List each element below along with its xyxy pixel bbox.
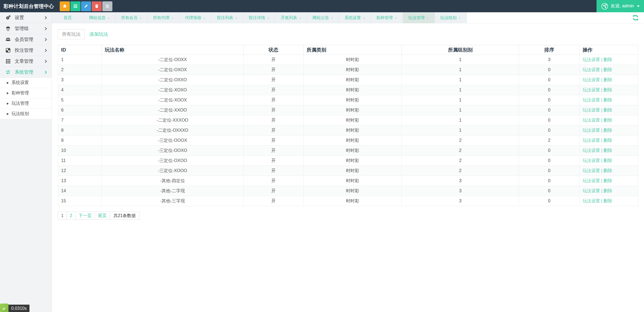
sidebar-item-2[interactable]: 管理组 [0,23,52,34]
triangle-right-icon [7,103,9,105]
refresh-button[interactable] [632,14,639,21]
cell-status: 开 [244,186,304,196]
play-settings-link[interactable]: 玩法设置 [583,158,600,163]
nav-tab-1[interactable]: 首页 [52,12,84,23]
users-icon [5,36,11,43]
cell-category: 时时彩 [304,105,402,115]
close-icon[interactable]: × [363,16,365,20]
sidebar-item-3[interactable]: 会员管理 [0,34,52,45]
delete-link[interactable]: 删除 [603,148,612,153]
grid-button[interactable] [70,1,80,11]
delete-link[interactable]: 删除 [603,77,612,82]
close-icon[interactable]: × [395,16,397,20]
nav-tab-10[interactable]: 系统设置× [339,12,371,23]
pencil-button[interactable] [81,1,91,11]
close-icon[interactable]: × [171,16,174,20]
sidebar-item-5[interactable]: 文章管理 [0,56,52,67]
nav-tab-2[interactable]: 网站信息× [84,12,116,23]
submenu-item-3[interactable]: 玩法管理 [0,98,52,109]
play-settings-link[interactable]: 玩法设置 [583,148,600,153]
close-icon[interactable]: × [235,16,238,20]
delete-link[interactable]: 删除 [603,138,612,143]
trash-button[interactable] [92,1,102,11]
play-settings-link[interactable]: 玩法设置 [583,138,600,143]
nav-tab-12[interactable]: 玩法管理× [403,12,435,23]
list-button[interactable] [102,1,112,11]
delete-link[interactable]: 删除 [603,168,612,173]
cell-status: 开 [244,136,304,146]
close-icon[interactable]: × [203,16,206,20]
delete-link[interactable]: 删除 [603,118,612,122]
play-settings-link[interactable]: 玩法设置 [583,88,600,92]
nav-tab-3[interactable]: 所有会员× [116,12,148,23]
sidebar-item-label: 会员管理 [15,36,44,43]
cell-name: -二定位-OXXO [102,75,244,85]
table-row: 13-其他-四定位开时时彩30玩法设置|删除 [58,176,638,186]
cell-actions: 玩法设置|删除 [580,146,638,156]
home-button[interactable] [60,1,70,11]
cell-category: 时时彩 [304,55,402,65]
delete-link[interactable]: 删除 [603,98,612,102]
close-icon[interactable]: × [267,16,269,20]
nav-tab-6[interactable]: 投注列表× [211,12,243,23]
navbar: 首页网站信息×所有会员×所有代理×代理等级×投注列表×投注详情×开奖列表×网站公… [52,12,644,23]
close-icon[interactable]: × [299,16,301,20]
play-settings-link[interactable]: 玩法设置 [583,178,600,183]
close-icon[interactable]: × [427,16,429,20]
last-page-button[interactable]: 尾页 [95,212,110,220]
tab-add-play[interactable]: 添加玩法 [85,29,113,39]
close-icon[interactable]: × [459,16,461,20]
play-settings-link[interactable]: 玩法设置 [583,77,600,82]
nav-tab-7[interactable]: 投注详情× [243,12,275,23]
cell-status: 开 [244,196,304,206]
caret-down-icon [637,5,640,7]
cell-category: 时时彩 [304,136,402,146]
page-1[interactable]: 1 [58,212,67,220]
delete-link[interactable]: 删除 [603,178,612,183]
delete-link[interactable]: 删除 [603,57,612,62]
nav-tab-8[interactable]: 开奖列表× [275,12,307,23]
play-settings-link[interactable]: 玩法设置 [583,128,600,133]
delete-link[interactable]: 删除 [603,108,612,112]
delete-link[interactable]: 删除 [603,188,612,193]
nav-tab-13[interactable]: 玩法组别× [435,12,467,23]
delete-link[interactable]: 删除 [603,67,612,72]
pencil-icon [84,4,88,8]
delete-link[interactable]: 删除 [603,158,612,163]
col-header-status: 状态 [244,45,304,55]
nav-tab-11[interactable]: 彩种管理× [371,12,403,23]
col-header-actions: 操作 [580,45,638,55]
admin-menu[interactable]: 欢迎, admin [597,0,644,12]
tab-all-plays[interactable]: 所有玩法 [58,29,85,39]
close-icon[interactable]: × [331,16,333,20]
nav-tab-4[interactable]: 所有代理× [148,12,179,23]
cell-status: 开 [244,125,304,136]
submenu-item-4[interactable]: 玩法组别 [0,109,52,119]
delete-link[interactable]: 删除 [603,199,612,203]
nav-tab-5[interactable]: 代理等级× [179,12,211,23]
submenu-item-1[interactable]: 系统设置 [0,78,52,88]
play-settings-link[interactable]: 玩法设置 [583,108,600,112]
th-icon [5,58,11,64]
play-settings-link[interactable]: 玩法设置 [583,118,600,122]
close-icon[interactable]: × [107,16,110,20]
play-settings-link[interactable]: 玩法设置 [583,188,600,193]
next-page-button[interactable]: 下一页 [75,212,95,220]
sidebar-item-1[interactable]: 设置 [0,12,52,23]
sidebar-item-4[interactable]: 投注管理 [0,45,52,56]
play-settings-link[interactable]: 玩法设置 [583,199,600,203]
cell-name: -二定位-XXXOO [102,115,244,125]
sidebar-item-label: 管理组 [15,25,44,32]
submenu-item-2[interactable]: 彩种管理 [0,88,52,98]
nav-tab-9[interactable]: 网站公告× [307,12,339,23]
page-2[interactable]: 2 [67,212,76,220]
close-icon[interactable]: × [139,16,142,20]
play-settings-link[interactable]: 玩法设置 [583,168,600,173]
sidebar-item-6[interactable]: 系统管理 [0,67,52,78]
play-settings-link[interactable]: 玩法设置 [583,98,600,102]
delete-link[interactable]: 删除 [603,128,612,133]
table-row: 7-二定位-XXXOO开时时彩10玩法设置|删除 [58,115,638,125]
play-settings-link[interactable]: 玩法设置 [583,57,600,62]
play-settings-link[interactable]: 玩法设置 [583,67,600,72]
delete-link[interactable]: 删除 [603,88,612,92]
